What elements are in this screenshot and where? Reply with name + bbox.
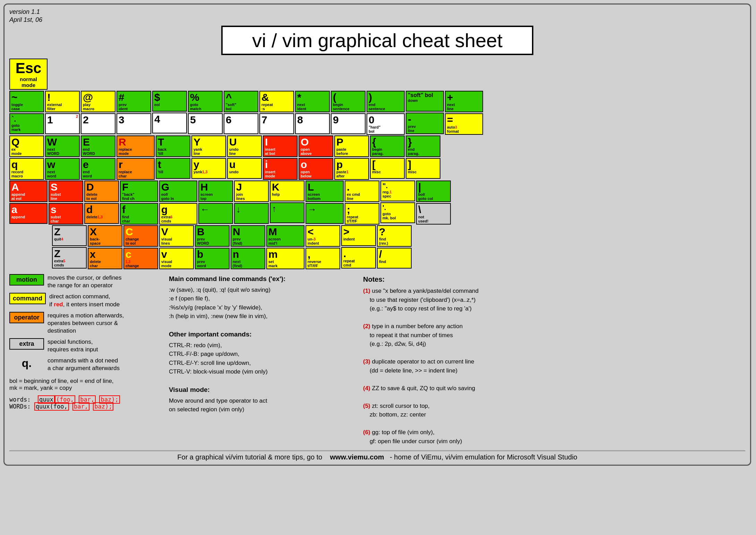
key-K: K help (270, 181, 304, 201)
key-6: 6 (224, 113, 258, 134)
key-j: ↓ (234, 203, 269, 224)
key-A: A appendat eol (9, 181, 48, 202)
key-H: H screentop (198, 181, 233, 202)
bol-eol-text: bol = beginning of line, eol = end of li… (9, 378, 155, 392)
key-Z: Z quit4 (52, 225, 87, 246)
key-Q: Q exmode (9, 135, 44, 157)
key-n: n next(find) (231, 248, 265, 269)
operator-desc: requires a motion afterwards,operates be… (48, 312, 124, 335)
key-b: b prevword (195, 248, 230, 269)
key-amp: & repeat:s (259, 91, 294, 112)
key-M: M screenmid'l (266, 225, 304, 247)
key-2: 2 (81, 113, 115, 134)
key-w: w nextword (45, 158, 80, 179)
key-u: u undo (227, 158, 262, 179)
key-t: t 'till (156, 158, 190, 179)
key-1: 1 2 (45, 113, 80, 134)
key-x: x deletechar (88, 248, 122, 269)
other-cmds-items: CTRL-R: redo (vim), CTRL-F/-B: page up/d… (169, 341, 349, 376)
key-semicolon-dn: ; repeatt/T/f/F (345, 203, 379, 225)
command-legend: command direct action command,if red, it… (9, 293, 155, 308)
key-s: s substchar (49, 203, 83, 225)
title-box: vi / vim graphical cheat sheet (221, 26, 533, 55)
key-B: B prevWORD (195, 225, 230, 247)
key-0: 0 "hard"bol (367, 113, 405, 135)
version-text: version 1.1April 1st, 06 (9, 8, 745, 24)
key-5: 5 (188, 113, 223, 134)
key-D: D deleteto eol (84, 181, 119, 202)
visual-mode-title: Visual mode: (169, 385, 349, 395)
key-question: ? find(rev.) (377, 225, 412, 247)
key-Y: Y yankline (191, 135, 226, 157)
note-2: (2) type in a number before any action t… (363, 322, 745, 349)
key-lbrace: { beginparag. (370, 135, 405, 157)
notes-section: Notes: (1) use "x before a yank/paste/de… (363, 274, 745, 446)
key-f: f findchar (120, 203, 158, 225)
key-F: F "back"find ch (120, 181, 158, 202)
key-J: J joinlines (234, 181, 269, 202)
key-hash: # prevident (117, 91, 151, 112)
key-gt: > indent (341, 225, 376, 246)
key-9: 9 (331, 113, 366, 134)
key-3: 3 (117, 113, 151, 134)
key-a: a append (9, 203, 48, 224)
legend-left: motion moves the cursor, or definesthe r… (9, 274, 155, 410)
key-dot: . repeatcmd (341, 247, 376, 269)
key-v: v visualmode (159, 248, 194, 269)
motion-badge: motion (9, 274, 44, 286)
key-dollar: $ eol (152, 91, 187, 112)
esc-key: Esc normalmode (9, 59, 48, 90)
note-3: (3) duplicate operator to act on current… (363, 357, 745, 375)
key-O: O openabove (299, 135, 333, 157)
key-plus: + nextline (445, 91, 483, 112)
key-c: c 1,3change (123, 248, 158, 269)
key-m: m setmark (266, 248, 304, 269)
key-e: e endword (81, 158, 115, 179)
key-S: S substline (49, 181, 83, 202)
key-lt: < un-3indent (306, 225, 340, 247)
key-T: T back'till (156, 135, 190, 157)
key-P: P pastebefore (334, 135, 369, 157)
key-C: C changeto eol (123, 225, 158, 247)
key-star: * nextident (295, 91, 330, 112)
key-i: i insertmode (263, 158, 298, 179)
extra-legend: extra special functions,requires extra i… (9, 338, 155, 353)
key-g: g extra6cmds (159, 203, 197, 225)
key-softbol: "soft" bol down (406, 91, 444, 112)
key-p: p paste1after (334, 158, 369, 179)
cmdline-section: Main command line commands ('ex'): :w (s… (169, 274, 349, 414)
dot-legend: q. commands with a dot needa char argume… (9, 357, 155, 372)
command-desc: direct action command,if red, it enters … (49, 293, 120, 308)
key-lparen: ( beginsentence (331, 91, 366, 112)
other-cmds-title: Other important comands: (169, 330, 349, 340)
key-4: 4 (152, 113, 187, 133)
key-caret: ^ "soft"bol (224, 91, 258, 112)
key-8: 8 (295, 113, 330, 134)
command-badge: command (9, 293, 46, 304)
footer-url: www.viemu.com (330, 453, 384, 461)
motion-desc: moves the cursor, or definesthe range fo… (48, 274, 122, 289)
note-4: (4) ZZ to save & quit, ZQ to quit w/o sa… (363, 384, 745, 393)
key-slash: / find (377, 248, 412, 269)
key-W: W nextWORD (45, 135, 80, 157)
visual-mode-desc: Move around and type operator to act on … (169, 396, 349, 414)
key-h: ← (198, 203, 233, 224)
number-row: ~ togglecase `. gotomark ! externalfilte… (9, 91, 745, 135)
key-G: G eof/goto ln (159, 181, 197, 202)
note-6: (6) gg: top of file (vim only), gf: open… (363, 428, 745, 446)
notes-title: Notes: (363, 274, 745, 284)
key-rbrace: } endparag. (406, 135, 440, 157)
key-7: 7 (259, 113, 294, 134)
key-y: y yank1,3 (191, 158, 226, 179)
key-lbracket: [ misc (370, 158, 405, 179)
key-rbracket: ] misc (406, 158, 440, 179)
key-comma: , reverset/T/f/F (306, 248, 340, 269)
operator-badge: operator (9, 312, 44, 323)
key-l: → (306, 203, 344, 224)
key-X: X back-space (88, 225, 122, 247)
key-I: I insertat bol (263, 135, 298, 157)
key-backslash: \ notused! (416, 203, 451, 225)
cmdline-items: :w (save), :q (quit), :q! (quit w/o savi… (169, 286, 349, 321)
key-tilde: ~ togglecase (9, 91, 44, 112)
key-rparen: ) endsentence (367, 91, 405, 112)
